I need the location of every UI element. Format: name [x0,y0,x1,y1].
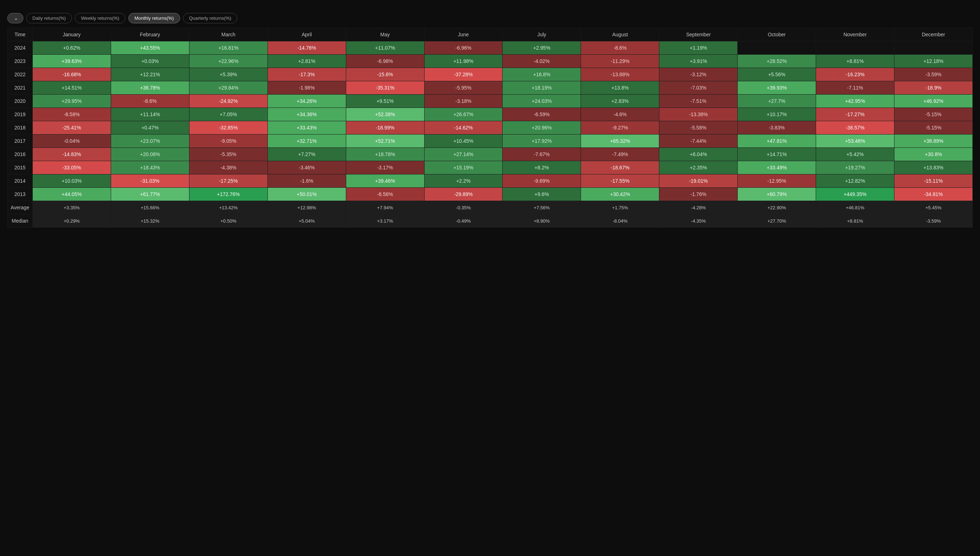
data-cell: +34.26% [268,95,346,108]
data-cell: +3.91% [659,55,738,68]
data-cell: +18.19% [503,81,581,95]
year-cell: 2017 [8,134,33,148]
data-cell: -8.6% [111,95,189,108]
col-header-december: December [894,28,972,41]
col-header-march: March [189,28,268,41]
toolbar: ⌄ Daily returns(%) Weekly returns(%) Mon… [7,13,973,23]
data-cell: -15.11% [894,175,972,188]
average-cell: +3.35% [33,201,111,214]
data-cell: +17.92% [503,134,581,148]
data-cell: -37.28% [424,68,503,81]
data-cell: +0.03% [111,55,189,68]
data-cell [738,41,816,55]
data-cell: +46.92% [894,95,972,108]
data-cell: -16.68% [33,68,111,81]
average-cell: +7.56% [503,201,581,214]
col-header-may: May [346,28,424,41]
year-cell: 2015 [8,161,33,175]
median-cell: -0.49% [424,214,503,228]
data-cell: -17.55% [581,175,659,188]
table-row: 2015-33.05%+18.43%-4.38%-3.46%-3.17%+15.… [8,161,973,175]
data-cell: -6.59% [503,108,581,121]
data-cell: -18.67% [581,161,659,175]
tab-daily[interactable]: Daily returns(%) [26,13,72,23]
table-row: 2018-25.41%+0.47%-32.85%+33.43%-18.99%-1… [8,121,973,134]
data-cell: +22.96% [189,55,268,68]
data-cell: -3.59% [894,68,972,81]
data-cell: +60.79% [738,188,816,201]
data-cell: +14.71% [738,148,816,161]
data-cell: +33.43% [268,121,346,134]
table-row: 2022-16.68%+12.21%+5.39%-17.3%-15.6%-37.… [8,68,973,81]
data-cell: +18.43% [111,161,189,175]
data-cell: -3.12% [659,68,738,81]
median-cell: +3.17% [346,214,424,228]
data-cell: -35.31% [346,81,424,95]
data-cell: +39.46% [346,175,424,188]
data-cell: -9.05% [189,134,268,148]
data-cell: +2.95% [503,41,581,55]
data-cell: -5.58% [659,121,738,134]
data-cell: +2.35% [659,161,738,175]
data-cell: +10.03% [33,175,111,188]
col-header-june: June [424,28,503,41]
data-cell: +44.05% [33,188,111,201]
median-cell: +15.32% [111,214,189,228]
tab-quarterly[interactable]: Quarterly returns(%) [183,13,238,23]
average-cell: +13.42% [189,201,268,214]
data-cell: +7.27% [268,148,346,161]
data-cell: +172.76% [189,188,268,201]
data-cell: -1.6% [268,175,346,188]
tab-weekly[interactable]: Weekly returns(%) [75,13,126,23]
data-cell: -11.29% [581,55,659,68]
data-cell: +29.95% [33,95,111,108]
data-cell: -18.9% [894,81,972,95]
data-cell: +10.45% [424,134,503,148]
data-cell: +14.51% [33,81,111,95]
data-cell: +39.93% [738,81,816,95]
data-cell: +12.82% [816,175,895,188]
data-cell: +0.62% [33,41,111,55]
year-cell: 2016 [8,148,33,161]
data-cell: -7.44% [659,134,738,148]
col-header-april: April [268,28,346,41]
asset-selector[interactable]: ⌄ [7,13,23,23]
data-cell: +13.83% [894,161,972,175]
average-cell: -0.35% [424,201,503,214]
data-cell: +11.07% [346,41,424,55]
col-header-november: November [816,28,895,41]
data-cell: +20.96% [503,121,581,134]
data-cell: +61.77% [111,188,189,201]
tab-monthly[interactable]: Monthly returns(%) [128,13,180,23]
data-cell: -7.67% [503,148,581,161]
data-cell: +0.47% [111,121,189,134]
data-cell: +8.2% [503,161,581,175]
data-cell: +28.52% [738,55,816,68]
table-row: 2019-8.58%+11.14%+7.05%+34.36%+52.38%+26… [8,108,973,121]
data-cell: +9.6% [503,188,581,201]
data-cell: +50.01% [268,188,346,201]
data-cell: -9.27% [581,121,659,134]
year-cell: 2021 [8,81,33,95]
data-cell: +449.35% [816,188,895,201]
data-cell: +6.04% [659,148,738,161]
data-cell: +65.32% [581,134,659,148]
data-cell: -17.3% [268,68,346,81]
data-cell: +32.71% [268,134,346,148]
data-cell: +38.89% [894,134,972,148]
col-header-august: August [581,28,659,41]
data-cell: -29.89% [424,188,503,201]
average-cell: +46.81% [816,201,895,214]
average-cell: +12.98% [268,201,346,214]
data-cell: -7.03% [659,81,738,95]
year-cell: 2019 [8,108,33,121]
average-label: Average [8,201,33,214]
data-cell: +16.8% [503,68,581,81]
data-cell: -7.49% [581,148,659,161]
table-row: 2020+29.95%-8.6%-24.92%+34.26%+9.51%-3.1… [8,95,973,108]
data-cell: -8.6% [581,41,659,55]
data-cell: -8.58% [33,108,111,121]
data-cell: -34.81% [894,188,972,201]
table-row: 2024+0.62%+43.55%+16.81%-14.76%+11.07%-6… [8,41,973,55]
data-cell: +27.14% [424,148,503,161]
